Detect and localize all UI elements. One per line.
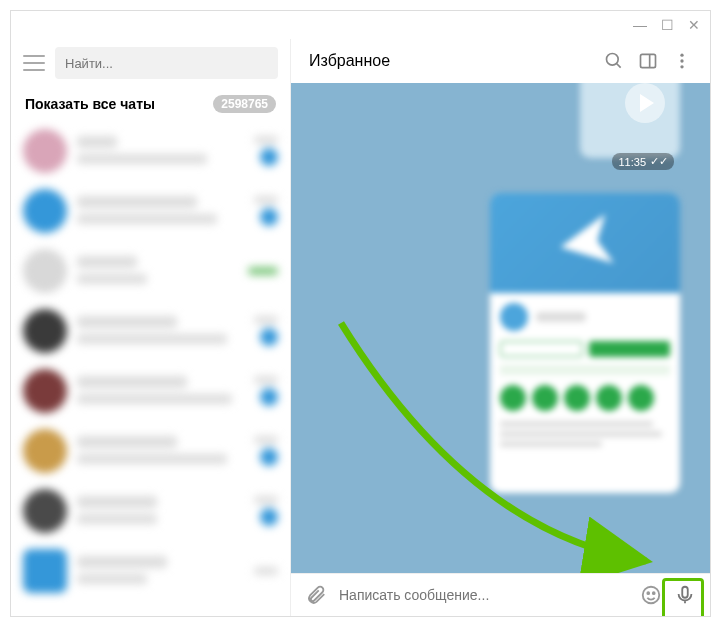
- sidebar: Показать все чаты 2598765: [11, 39, 291, 616]
- app-window: — ☐ ✕ Показать все чаты 2598765: [10, 10, 711, 617]
- message-link-preview[interactable]: [490, 193, 680, 493]
- avatar: [23, 309, 67, 353]
- message-input[interactable]: [339, 587, 628, 603]
- search-input[interactable]: [55, 47, 278, 79]
- filter-label: Показать все чаты: [25, 96, 155, 112]
- avatar: [23, 489, 67, 533]
- chat-item[interactable]: [11, 421, 290, 481]
- unread-badge: 2598765: [213, 95, 276, 113]
- messages-area[interactable]: 11:35✓✓: [291, 83, 710, 573]
- avatar: [23, 189, 67, 233]
- svg-point-8: [647, 592, 649, 594]
- unread-dot: [260, 148, 278, 166]
- avatar: [23, 369, 67, 413]
- svg-point-5: [680, 59, 683, 62]
- play-icon[interactable]: [625, 83, 665, 123]
- svg-line-1: [617, 64, 621, 68]
- menu-icon[interactable]: [23, 55, 45, 71]
- titlebar: — ☐ ✕: [11, 11, 710, 39]
- avatar: [23, 249, 67, 293]
- close-button[interactable]: ✕: [688, 17, 700, 33]
- avatar: [23, 549, 67, 593]
- unread-dot: [260, 448, 278, 466]
- svg-rect-2: [641, 54, 656, 67]
- chat-title[interactable]: Избранное: [309, 52, 590, 70]
- sidepanel-icon[interactable]: [638, 51, 658, 71]
- chat-item[interactable]: [11, 181, 290, 241]
- svg-point-9: [653, 592, 655, 594]
- chat-header: Избранное: [291, 39, 710, 83]
- app-icon: [500, 303, 528, 331]
- maximize-button[interactable]: ☐: [661, 17, 674, 33]
- svg-point-6: [680, 65, 683, 68]
- svg-point-7: [643, 587, 660, 604]
- telegram-plane-icon: [556, 214, 614, 272]
- microphone-icon[interactable]: [674, 584, 696, 606]
- unread-dot: [260, 208, 278, 226]
- read-checks-icon: ✓✓: [650, 155, 668, 168]
- chat-item[interactable]: [11, 361, 290, 421]
- unread-dot: [260, 388, 278, 406]
- attach-icon[interactable]: [305, 584, 327, 606]
- svg-rect-10: [682, 587, 688, 598]
- chat-item[interactable]: [11, 481, 290, 541]
- chat-item[interactable]: [11, 301, 290, 361]
- chat-item[interactable]: [11, 541, 290, 601]
- avatar: [23, 429, 67, 473]
- message-time: 11:35✓✓: [612, 153, 674, 170]
- chat-list: [11, 121, 290, 616]
- chat-filter[interactable]: Показать все чаты 2598765: [11, 87, 290, 121]
- more-icon[interactable]: [672, 51, 692, 71]
- chat-item[interactable]: [11, 121, 290, 181]
- minimize-button[interactable]: —: [633, 17, 647, 33]
- unread-dot: [260, 508, 278, 526]
- avatar: [23, 129, 67, 173]
- main-panel: Избранное 11:35✓✓: [291, 39, 710, 616]
- unread-dot: [260, 328, 278, 346]
- chat-item[interactable]: [11, 241, 290, 301]
- svg-point-0: [607, 54, 619, 66]
- message-input-bar: [291, 573, 710, 616]
- svg-point-4: [680, 54, 683, 57]
- search-icon[interactable]: [604, 51, 624, 71]
- emoji-icon[interactable]: [640, 584, 662, 606]
